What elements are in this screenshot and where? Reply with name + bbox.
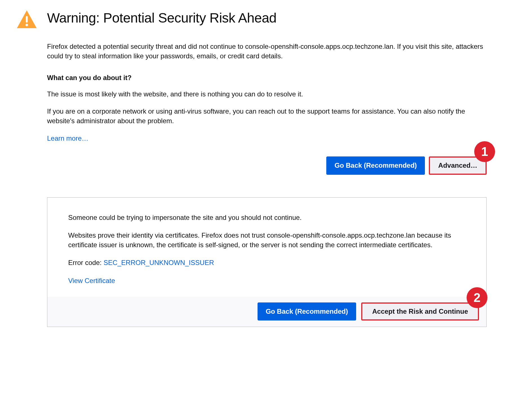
advanced-button[interactable]: Advanced… xyxy=(430,158,485,173)
svg-point-1 xyxy=(26,24,28,26)
annotation-highlight-accept-risk: Accept the Risk and Continue 2 xyxy=(361,302,479,320)
learn-more-link[interactable]: Learn more… xyxy=(47,134,88,142)
certificate-explanation-text: Websites prove their identity via certif… xyxy=(68,231,465,249)
what-can-you-do-heading: What can you do about it? xyxy=(47,73,487,83)
annotation-highlight-advanced: Advanced… 1 xyxy=(429,156,487,174)
warning-description: Firefox detected a potential security th… xyxy=(47,42,487,61)
go-back-button-footer[interactable]: Go Back (Recommended) xyxy=(258,302,356,320)
error-code-label: Error code: xyxy=(68,259,103,266)
advanced-details-panel: Someone could be trying to impersonate t… xyxy=(47,197,487,327)
accept-risk-button[interactable]: Accept the Risk and Continue xyxy=(362,304,478,319)
go-back-button[interactable]: Go Back (Recommended) xyxy=(326,156,425,174)
error-code-link[interactable]: SEC_ERROR_UNKNOWN_ISSUER xyxy=(103,259,214,266)
svg-rect-0 xyxy=(26,16,28,23)
annotation-callout-1: 1 xyxy=(474,141,495,162)
advice-text-2: If you are on a corporate network or usi… xyxy=(47,107,487,125)
warning-icon xyxy=(15,8,38,31)
annotation-callout-2: 2 xyxy=(467,287,487,308)
view-certificate-link[interactable]: View Certificate xyxy=(68,277,115,284)
page-title: Warning: Potential Security Risk Ahead xyxy=(47,8,276,27)
advice-text-1: The issue is most likely with the websit… xyxy=(47,89,487,99)
impersonate-warning-text: Someone could be trying to impersonate t… xyxy=(68,213,465,222)
